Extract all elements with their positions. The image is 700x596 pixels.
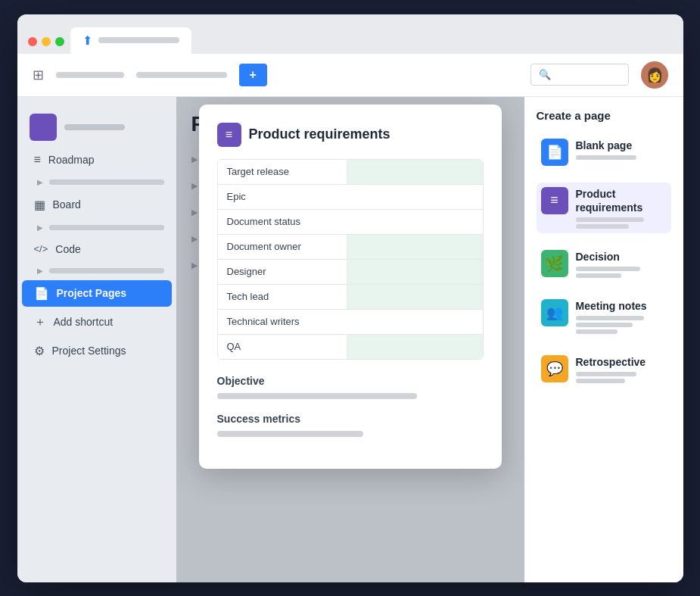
label-tech-writers: Technical writers — [218, 310, 347, 334]
settings-icon: ⚙ — [34, 344, 45, 358]
value-doc-status[interactable] — [347, 210, 483, 234]
nav-item-2 — [136, 72, 227, 78]
avatar[interactable]: 👩 — [641, 61, 668, 89]
table-row: Designer — [218, 260, 483, 285]
app-header: ⊞ + 🔍 👩 — [17, 54, 683, 97]
blank-page-icon: 📄 — [541, 139, 568, 166]
sidebar-item-board[interactable]: ▦ Board — [22, 192, 172, 218]
table-row: Technical writers — [218, 310, 483, 335]
template-blank[interactable]: 📄 Blank page — [537, 134, 671, 170]
product-requirements-modal: ≡ Product requirements Target release Ep… — [199, 105, 502, 469]
page-line-2 — [49, 225, 164, 230]
sidebar-pages-label: Project Pages — [57, 287, 127, 299]
brand-label — [64, 124, 125, 130]
value-designer[interactable] — [347, 260, 483, 284]
label-qa: QA — [218, 335, 347, 359]
template-meeting-info: Meeting notes — [576, 299, 647, 334]
search-box[interactable]: 🔍 — [530, 64, 629, 86]
sidebar-page-row-2: ▶ — [17, 220, 176, 236]
value-tech-writers[interactable] — [347, 310, 483, 334]
sidebar-item-project-pages[interactable]: 📄 Project Pages — [22, 280, 172, 307]
success-metrics-section: Success metrics — [217, 413, 484, 437]
browser-dots — [28, 37, 64, 46]
sidebar-item-code[interactable]: </> Code — [22, 237, 172, 261]
value-epic[interactable] — [347, 185, 483, 209]
create-button[interactable]: + — [239, 64, 267, 86]
label-designer: Designer — [218, 260, 347, 284]
sidebar-page-row-1: ▶ — [17, 174, 176, 190]
desc-line — [576, 224, 629, 229]
decision-icon: 🌿 — [541, 250, 568, 277]
meeting-icon: 👥 — [541, 299, 568, 326]
minimize-dot[interactable] — [42, 37, 51, 46]
add-shortcut-icon: ＋ — [34, 314, 46, 330]
objective-section: Objective — [217, 375, 484, 399]
value-doc-owner[interactable] — [347, 235, 483, 259]
chevron-icon: ▶ — [37, 178, 43, 186]
objective-bar — [217, 393, 417, 399]
desc-line — [576, 323, 633, 327]
maximize-dot[interactable] — [55, 37, 64, 46]
chevron-icon-2: ▶ — [37, 223, 43, 232]
value-tech-lead[interactable] — [347, 285, 483, 309]
template-product-desc — [576, 217, 667, 229]
value-qa[interactable] — [347, 335, 483, 359]
template-product-name: Product requirements — [576, 187, 667, 214]
sidebar-board-label: Board — [53, 198, 81, 211]
desc-line — [576, 217, 644, 222]
right-panel: Create a page 📄 Blank page ≡ Product req… — [524, 97, 683, 582]
nav-item-1 — [56, 72, 124, 78]
create-page-title: Create a page — [537, 109, 671, 122]
success-label: Success metrics — [217, 413, 484, 425]
objective-label: Objective — [217, 375, 484, 387]
template-blank-name: Blank page — [576, 139, 636, 152]
modal-overlay[interactable]: ≡ Product requirements Target release Ep… — [176, 97, 524, 582]
template-product-info: Product requirements — [576, 187, 667, 229]
success-bar — [217, 431, 364, 437]
template-retrospective[interactable]: 💬 Retrospective — [537, 351, 671, 388]
sidebar-item-roadmap[interactable]: ≡ Roadmap — [22, 147, 172, 173]
template-decision-info: Decision — [576, 250, 640, 278]
template-blank-desc — [576, 155, 636, 160]
page-line-1 — [49, 179, 164, 185]
table-row: Epic — [218, 185, 483, 210]
template-product-requirements[interactable]: ≡ Product requirements — [537, 183, 671, 233]
label-doc-status: Document status — [218, 210, 347, 234]
template-retro-info: Retrospective — [576, 355, 646, 383]
label-doc-owner: Document owner — [218, 235, 347, 259]
grid-icon[interactable]: ⊞ — [33, 67, 44, 83]
sidebar-settings-label: Project Settings — [52, 345, 126, 357]
label-tech-lead: Tech lead — [218, 285, 347, 309]
desc-line — [576, 379, 625, 383]
modal-header: ≡ Product requirements — [217, 123, 484, 147]
modal-icon: ≡ — [217, 123, 241, 147]
page-line-3 — [49, 268, 164, 273]
desc-line — [576, 372, 636, 376]
sidebar-item-project-settings[interactable]: ⚙ Project Settings — [22, 338, 172, 364]
roadmap-icon: ≡ — [34, 153, 41, 167]
template-decision-name: Decision — [576, 250, 640, 264]
avatar-face: 👩 — [646, 67, 663, 83]
table-row: Document owner — [218, 235, 483, 260]
main-content: Proj ▶ ▶ ▶ ▶ ▶ — [176, 97, 524, 582]
sidebar-header — [17, 109, 176, 145]
sidebar-shortcut-label: Add shortcut — [54, 316, 114, 328]
sidebar: ≡ Roadmap ▶ ▦ Board ▶ </> Code ▶ — [17, 97, 176, 582]
table-row: QA — [218, 335, 483, 359]
product-icon: ≡ — [541, 187, 568, 214]
template-meeting-notes[interactable]: 👥 Meeting notes — [537, 295, 671, 339]
desc-line — [576, 155, 636, 160]
label-target-release: Target release — [218, 160, 347, 184]
sidebar-code-label: Code — [55, 243, 80, 255]
close-dot[interactable] — [28, 37, 37, 46]
tab-title-placeholder — [98, 37, 179, 43]
value-target-release[interactable] — [347, 160, 483, 184]
template-decision-desc — [576, 267, 640, 278]
label-epic: Epic — [218, 185, 347, 209]
template-decision[interactable]: 🌿 Decision — [537, 245, 671, 282]
sidebar-item-add-shortcut[interactable]: ＋ Add shortcut — [22, 308, 172, 336]
search-icon: 🔍 — [539, 69, 551, 80]
desc-line — [576, 273, 621, 278]
browser-tab[interactable]: ⬆ — [70, 27, 191, 54]
pages-icon: 📄 — [34, 286, 49, 301]
